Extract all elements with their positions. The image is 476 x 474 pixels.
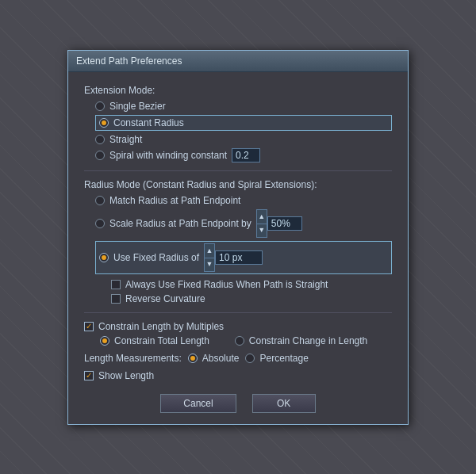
radio-absolute-button[interactable] (188, 354, 198, 363)
checkbox-show-length-label: Show Length (98, 370, 154, 381)
radio-constant-radius-row[interactable]: Constant Radius (95, 115, 392, 131)
radio-match-radius-label: Match Radius at Path Endpoint (109, 195, 240, 206)
checkbox-always-fixed-label: Always Use Fixed Radius When Path is Str… (125, 279, 328, 290)
scale-radius-spinner[interactable]: ▲ ▼ (256, 209, 302, 238)
radius-mode-section: Radius Mode (Constant Radius and Spiral … (84, 179, 392, 304)
fixed-radius-spinner[interactable]: ▲ ▼ (204, 243, 263, 272)
radio-absolute-label: Absolute (202, 353, 240, 364)
constrain-section: ✓ Constrain Length by Multiples Constrai… (84, 321, 392, 346)
extension-mode-label: Extension Mode: (84, 85, 392, 96)
radio-single-bezier-button[interactable] (95, 101, 105, 111)
radio-fixed-radius-dot (102, 255, 106, 260)
extension-mode-section: Extension Mode: Single Bezier Constant R… (84, 85, 392, 162)
radio-percentage[interactable]: Percentage (245, 353, 308, 364)
radio-spiral-button[interactable] (95, 151, 105, 160)
radio-change-length[interactable]: Constrain Change in Length (235, 335, 367, 346)
scale-radius-up-btn[interactable]: ▲ (256, 209, 267, 224)
radio-change-length-button[interactable] (235, 336, 244, 346)
radio-fixed-radius-label: Use Fixed Radius of (113, 252, 199, 263)
scale-radius-input[interactable] (267, 216, 302, 231)
radio-spiral[interactable]: Spiral with winding constant (95, 148, 392, 162)
checkbox-show-length-box[interactable]: ✓ (84, 371, 94, 380)
radio-total-length-label: Constrain Total Length (114, 335, 209, 346)
dialog-body: Extension Mode: Single Bezier Constant R… (68, 72, 408, 424)
radius-mode-options: Match Radius at Path Endpoint Scale Radi… (95, 195, 392, 304)
scale-radius-spinner-col: ▲ ▼ (256, 209, 267, 238)
checkmark-constrain: ✓ (86, 323, 92, 331)
divider-1 (84, 170, 392, 171)
radio-single-bezier-label: Single Bezier (109, 101, 166, 112)
radio-absolute[interactable]: Absolute (188, 353, 240, 364)
checkbox-reverse-curv-label: Reverse Curvature (125, 293, 205, 304)
checkbox-reverse-curv[interactable]: Reverse Curvature (111, 293, 392, 304)
radio-match-radius-button[interactable] (95, 196, 105, 205)
radio-constant-radius-button[interactable] (99, 118, 109, 128)
fixed-radius-down-btn[interactable]: ▼ (204, 258, 215, 272)
radio-match-radius[interactable]: Match Radius at Path Endpoint (95, 195, 392, 206)
radio-percentage-label: Percentage (259, 353, 308, 364)
cancel-button[interactable]: Cancel (160, 394, 236, 413)
checkbox-reverse-curv-box[interactable] (111, 294, 121, 304)
radio-scale-radius-label: Scale Radius at Path Endpoint by (109, 218, 251, 229)
radio-straight-label: Straight (109, 134, 142, 145)
radio-scale-radius-button[interactable] (95, 219, 105, 228)
length-measurements-section: Length Measurements: Absolute Percentage (84, 353, 392, 364)
radio-fixed-radius-button[interactable] (99, 253, 109, 262)
checkbox-constrain-length[interactable]: ✓ Constrain Length by Multiples (84, 321, 392, 332)
divider-2 (84, 312, 392, 313)
button-row: Cancel OK (84, 394, 392, 413)
checkbox-constrain-length-box[interactable]: ✓ (84, 322, 94, 331)
fixed-radius-up-btn[interactable]: ▲ (204, 243, 215, 258)
radius-mode-label: Radius Mode (Constant Radius and Spiral … (84, 179, 392, 190)
checkbox-always-fixed-box[interactable] (111, 280, 121, 289)
extension-mode-options: Single Bezier Constant Radius Straight (95, 101, 392, 162)
scale-radius-down-btn[interactable]: ▼ (256, 224, 267, 238)
radio-percentage-button[interactable] (245, 354, 255, 363)
checkmark-show-length: ✓ (86, 372, 92, 380)
radio-total-length-dot (102, 338, 107, 343)
checkbox-show-length[interactable]: ✓ Show Length (84, 370, 392, 381)
spiral-value-input[interactable] (232, 148, 260, 162)
dialog-titlebar: Extend Path Preferences (68, 51, 408, 72)
radio-scale-radius[interactable]: Scale Radius at Path Endpoint by ▲ ▼ (95, 209, 392, 238)
radio-total-length-button[interactable] (100, 336, 109, 346)
fixed-radius-input[interactable] (215, 250, 263, 265)
checkbox-constrain-length-label: Constrain Length by Multiples (98, 321, 224, 332)
radio-absolute-dot (190, 356, 195, 361)
radio-change-length-label: Constrain Change in Length (249, 335, 367, 346)
checkbox-always-fixed[interactable]: Always Use Fixed Radius When Path is Str… (111, 279, 392, 290)
extend-path-dialog: Extend Path Preferences Extension Mode: … (67, 50, 409, 425)
length-measurements-label: Length Measurements: (84, 353, 182, 364)
radio-total-length[interactable]: Constrain Total Length (100, 335, 209, 346)
radio-straight[interactable]: Straight (95, 134, 392, 145)
radio-constant-radius-label: Constant Radius (113, 117, 184, 128)
constrain-sub-row: Constrain Total Length Constrain Change … (100, 335, 392, 346)
radio-single-bezier[interactable]: Single Bezier (95, 101, 392, 112)
ok-button[interactable]: OK (252, 394, 316, 413)
constrain-sub-options: Constrain Total Length Constrain Change … (100, 335, 392, 346)
radio-constant-radius-dot (102, 120, 106, 125)
radio-fixed-radius-row[interactable]: Use Fixed Radius of ▲ ▼ (95, 241, 392, 274)
radio-spiral-label: Spiral with winding constant (109, 150, 227, 161)
dialog-title: Extend Path Preferences (76, 55, 182, 67)
radio-straight-button[interactable] (95, 135, 105, 144)
fixed-radius-spinner-col: ▲ ▼ (204, 243, 215, 272)
